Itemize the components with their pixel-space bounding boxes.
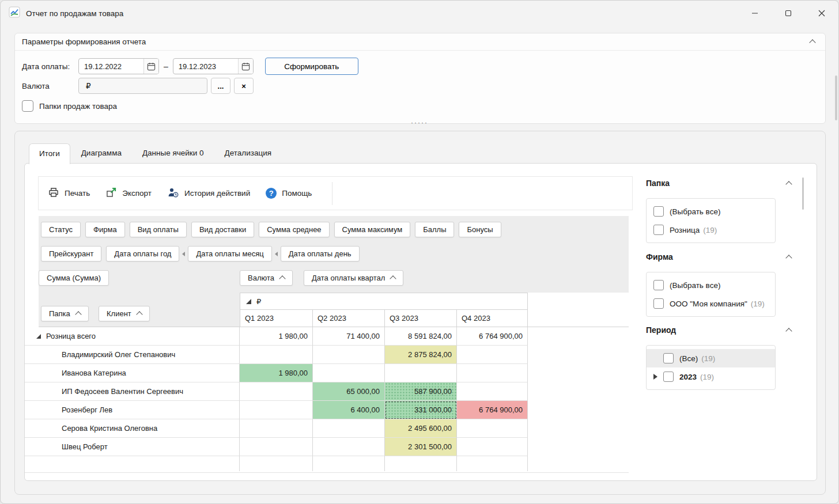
window-scrollbar[interactable] <box>835 75 837 120</box>
column-header-q2[interactable]: Q2 2023 <box>313 310 385 327</box>
filter-item[interactable]: 2023 (19) <box>647 367 775 386</box>
splitter-handle[interactable]: ····· <box>1 119 838 127</box>
column-header-q1[interactable]: Q1 2023 <box>240 310 313 327</box>
filter-item[interactable]: (Выбрать все) <box>647 276 775 294</box>
export-button[interactable]: Экспорт <box>105 187 152 200</box>
field-chip-bally[interactable]: Баллы <box>415 222 454 237</box>
filter-item[interactable]: (Все) (19) <box>647 349 775 367</box>
chevron-up-icon[interactable] <box>279 275 285 282</box>
currency-column-header[interactable]: ₽ <box>240 293 528 310</box>
chevron-up-icon[interactable] <box>75 311 81 317</box>
filter-item[interactable]: Розница (19) <box>647 221 775 239</box>
collapse-chevron-icon[interactable] <box>809 39 815 46</box>
pivot-cell[interactable] <box>240 346 313 364</box>
checkbox[interactable] <box>653 298 664 309</box>
row-label[interactable]: Иванова Катерина <box>25 364 240 382</box>
currency-clear-button[interactable]: × <box>234 78 254 94</box>
date-to-input[interactable]: 19.12.2023 <box>173 58 254 74</box>
calendar-icon[interactable] <box>238 59 253 74</box>
pivot-cell[interactable] <box>313 419 385 438</box>
pivot-cell[interactable] <box>240 401 313 419</box>
pivot-cell[interactable] <box>240 419 313 438</box>
pivot-cell[interactable] <box>240 438 313 456</box>
field-chip-firma[interactable]: Фирма <box>85 222 125 237</box>
tab-detalizatsiya[interactable]: Детализация <box>215 143 281 163</box>
row-label-total[interactable]: Розница всего <box>25 327 240 346</box>
chevron-up-icon[interactable] <box>785 181 792 187</box>
field-chip-status[interactable]: Статус <box>41 222 81 237</box>
field-chip-preyskurant[interactable]: Прейскурант <box>41 246 101 262</box>
pivot-cell[interactable] <box>457 382 528 401</box>
pivot-cell[interactable]: 1 980,00 <box>240 364 313 382</box>
close-button[interactable] <box>805 1 838 26</box>
field-chip-summa-srednee[interactable]: Сумма среднее <box>259 222 329 237</box>
field-chip-data-oplaty-den[interactable]: Дата оплаты день <box>281 246 360 262</box>
pivot-cell[interactable]: 6 400,00 <box>313 401 385 419</box>
pivot-cell[interactable]: 1 980,00 <box>240 327 313 346</box>
pivot-cell[interactable]: 2 875 824,00 <box>385 346 457 364</box>
pivot-cell[interactable]: 71 400,00 <box>313 327 385 346</box>
checkbox[interactable] <box>653 206 664 217</box>
expand-arrow-icon[interactable] <box>653 374 657 380</box>
pivot-cell[interactable]: 8 591 824,00 <box>385 327 457 346</box>
data-field-chip[interactable]: Сумма (Сумма) <box>39 270 109 286</box>
chevron-up-icon[interactable] <box>390 275 396 282</box>
pivot-cell[interactable]: 2 495 600,00 <box>385 419 457 438</box>
field-chip-data-oplaty-mesyats[interactable]: Дата оплаты месяц <box>188 246 271 262</box>
field-chip-data-oplaty-god[interactable]: Дата оплаты год <box>106 246 179 262</box>
field-chip-summa-maksimum[interactable]: Сумма максимум <box>334 222 411 237</box>
column-field-chip-quarter[interactable]: Дата оплаты квартал <box>304 270 403 286</box>
pivot-cell[interactable] <box>457 346 528 364</box>
row-label[interactable]: ИП Федосеев Валентин Сергеевич <box>25 382 240 401</box>
field-chip-vid-dostavki[interactable]: Вид доставки <box>191 222 254 237</box>
pivot-cell[interactable] <box>313 346 385 364</box>
checkbox[interactable] <box>663 372 674 382</box>
pivot-cell[interactable] <box>457 419 528 438</box>
history-button[interactable]: История действий <box>167 187 250 200</box>
pivot-cell[interactable]: 587 900,00 <box>385 382 457 401</box>
folders-checkbox[interactable] <box>22 100 33 112</box>
chevron-up-icon[interactable] <box>785 328 792 334</box>
minimize-button[interactable] <box>738 1 772 26</box>
row-label[interactable]: Владимирский Олег Степанович <box>25 346 240 364</box>
pivot-cell-selected[interactable]: 331 000,00 <box>385 401 457 419</box>
row-field-chip-papka[interactable]: Папка <box>41 306 89 321</box>
checkbox[interactable] <box>663 353 674 363</box>
row-label[interactable]: Розенберг Лев <box>25 401 240 419</box>
pivot-cell[interactable]: 65 000,00 <box>313 382 385 401</box>
pivot-cell[interactable] <box>313 364 385 382</box>
pivot-cell[interactable]: 6 764 900,00 <box>457 327 528 346</box>
checkbox[interactable] <box>653 225 664 235</box>
expand-triangle-icon[interactable] <box>246 299 251 304</box>
filter-item[interactable]: ООО "Моя компания" (19) <box>647 294 775 313</box>
date-from-input[interactable]: 19.12.2022 <box>78 58 159 74</box>
row-field-chip-klient[interactable]: Клиент <box>99 306 150 321</box>
calendar-icon[interactable] <box>143 59 158 74</box>
generate-report-button[interactable]: Сформировать <box>265 58 358 75</box>
tab-diagramma[interactable]: Диаграмма <box>71 143 131 163</box>
column-header-q3[interactable]: Q3 2023 <box>385 310 457 327</box>
pivot-cell[interactable]: 6 764 900,00 <box>457 401 528 419</box>
pivot-cell[interactable] <box>457 364 528 382</box>
chevron-up-icon[interactable] <box>136 311 142 317</box>
collapse-triangle-icon[interactable] <box>36 334 41 339</box>
filter-scrollbar[interactable] <box>802 177 804 210</box>
column-field-chip-currency[interactable]: Валюта <box>240 270 293 286</box>
pivot-cell[interactable] <box>457 438 528 456</box>
print-button[interactable]: Печать <box>48 187 90 200</box>
currency-input[interactable]: ₽ <box>78 78 207 94</box>
row-label[interactable]: Швец Роберт <box>25 438 240 456</box>
pivot-cell[interactable] <box>313 438 385 456</box>
maximize-button[interactable] <box>772 1 805 26</box>
currency-browse-button[interactable]: ... <box>211 78 230 94</box>
checkbox[interactable] <box>653 280 664 290</box>
chevron-up-icon[interactable] <box>785 255 792 261</box>
column-header-q4[interactable]: Q4 2023 <box>457 310 528 327</box>
help-button[interactable]: ? Помощь <box>266 188 312 199</box>
filter-item[interactable]: (Выбрать все) <box>647 202 775 221</box>
field-chip-bonusy[interactable]: Бонусы <box>459 222 501 237</box>
pivot-cell[interactable] <box>385 364 457 382</box>
pivot-cell[interactable] <box>240 382 313 401</box>
field-chip-vid-oplaty[interactable]: Вид оплаты <box>130 222 187 237</box>
row-label[interactable]: Серова Кристина Олеговна <box>25 419 240 438</box>
